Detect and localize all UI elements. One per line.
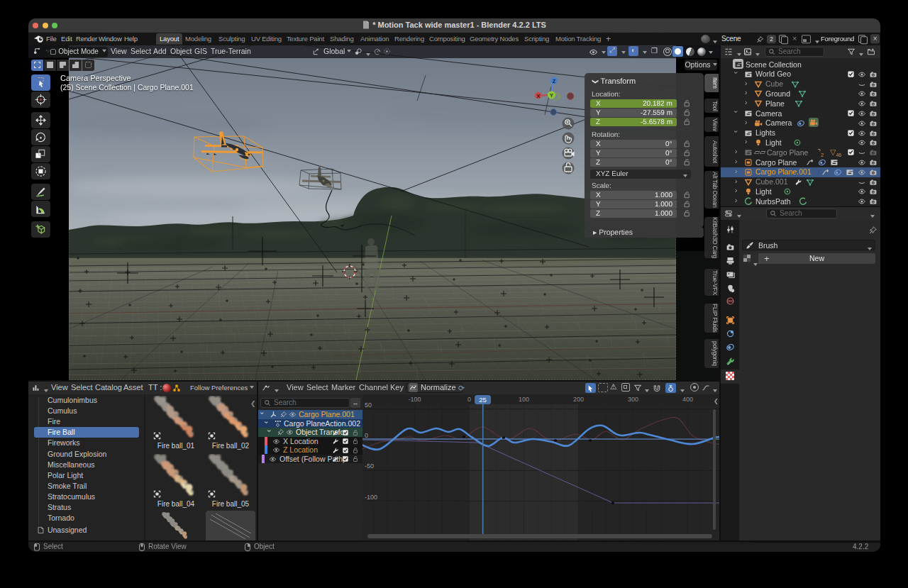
- svg-text:Y: Y: [550, 92, 553, 99]
- svg-text:300: 300: [628, 396, 638, 403]
- svg-text:-100: -100: [365, 494, 377, 501]
- svg-text:400: 400: [682, 396, 693, 403]
- svg-text:0: 0: [467, 396, 471, 403]
- svg-text:Z: Z: [553, 78, 556, 84]
- svg-text:❮: ❮: [714, 398, 719, 404]
- svg-text:100: 100: [519, 396, 529, 403]
- svg-text:0: 0: [365, 432, 368, 439]
- svg-text:-50: -50: [365, 462, 374, 470]
- svg-text:-100: -100: [409, 396, 421, 403]
- svg-text:200: 200: [573, 396, 584, 403]
- svg-text:50: 50: [365, 401, 372, 409]
- svg-text:X: X: [536, 93, 540, 99]
- svg-text:25: 25: [479, 396, 487, 404]
